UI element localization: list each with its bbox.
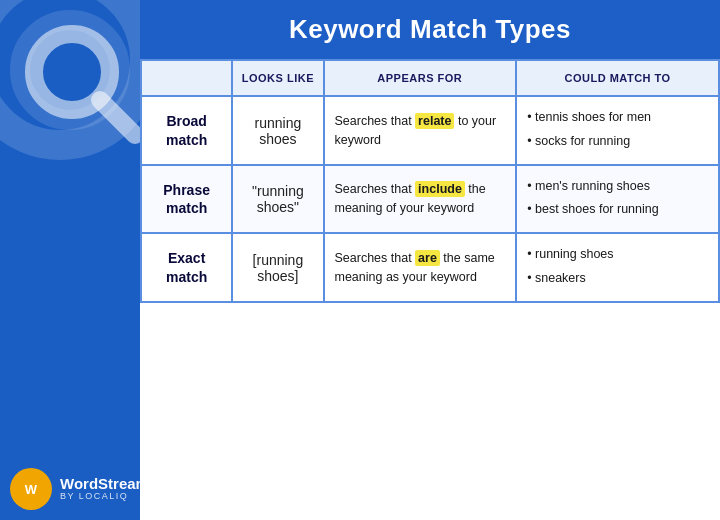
list-item: men's running shoes: [527, 176, 708, 197]
looks-like-value: [running shoes]: [232, 233, 323, 302]
appears-for-description: Searches that include the meaning of you…: [324, 165, 517, 234]
match-type-label: Exact match: [141, 233, 232, 302]
logo-area: W WordStream by LOCALIQ: [10, 468, 149, 510]
logo-main-text: WordStream: [60, 476, 149, 493]
search-icon: [20, 20, 150, 150]
could-match-list: running shoessneakers: [516, 233, 719, 302]
table-header-row: LOOKS LIKE APPEARS FOR COULD MATCH TO: [141, 60, 719, 96]
highlight-keyword: relate: [415, 113, 454, 129]
col-header-empty: [141, 60, 232, 96]
wordstream-logo-icon: W: [10, 468, 52, 510]
title-bar: Keyword Match Types: [140, 0, 720, 59]
could-match-list: tennis shoes for mensocks for running: [516, 96, 719, 165]
col-header-looks-like: LOOKS LIKE: [232, 60, 323, 96]
list-item: sneakers: [527, 268, 708, 289]
table-wrapper: LOOKS LIKE APPEARS FOR COULD MATCH TO Br…: [140, 59, 720, 303]
col-header-appears-for: APPEARS FOR: [324, 60, 517, 96]
col-header-could-match: COULD MATCH TO: [516, 60, 719, 96]
highlight-keyword: are: [415, 250, 440, 266]
list-item: tennis shoes for men: [527, 107, 708, 128]
page-title: Keyword Match Types: [160, 14, 700, 45]
table-row: Phrase match"running shoes"Searches that…: [141, 165, 719, 234]
logo-text: WordStream by LOCALIQ: [60, 476, 149, 502]
list-item: socks for running: [527, 131, 708, 152]
looks-like-value: running shoes: [232, 96, 323, 165]
table-row: Exact match[running shoes]Searches that …: [141, 233, 719, 302]
match-types-table: LOOKS LIKE APPEARS FOR COULD MATCH TO Br…: [140, 59, 720, 303]
list-item: running shoes: [527, 244, 708, 265]
table-row: Broad matchrunning shoesSearches that re…: [141, 96, 719, 165]
background-wrapper: W WordStream by LOCALIQ Keyword Match Ty…: [0, 0, 720, 520]
match-type-label: Phrase match: [141, 165, 232, 234]
main-card: Keyword Match Types LOOKS LIKE APPEARS F…: [140, 0, 720, 520]
match-type-label: Broad match: [141, 96, 232, 165]
appears-for-description: Searches that are the same meaning as yo…: [324, 233, 517, 302]
highlight-keyword: include: [415, 181, 465, 197]
appears-for-description: Searches that relate to your keyword: [324, 96, 517, 165]
logo-sub-text: by LOCALIQ: [60, 492, 149, 502]
svg-text:W: W: [25, 482, 38, 497]
list-item: best shoes for running: [527, 199, 708, 220]
could-match-list: men's running shoesbest shoes for runnin…: [516, 165, 719, 234]
svg-line-1: [100, 100, 135, 135]
looks-like-value: "running shoes": [232, 165, 323, 234]
